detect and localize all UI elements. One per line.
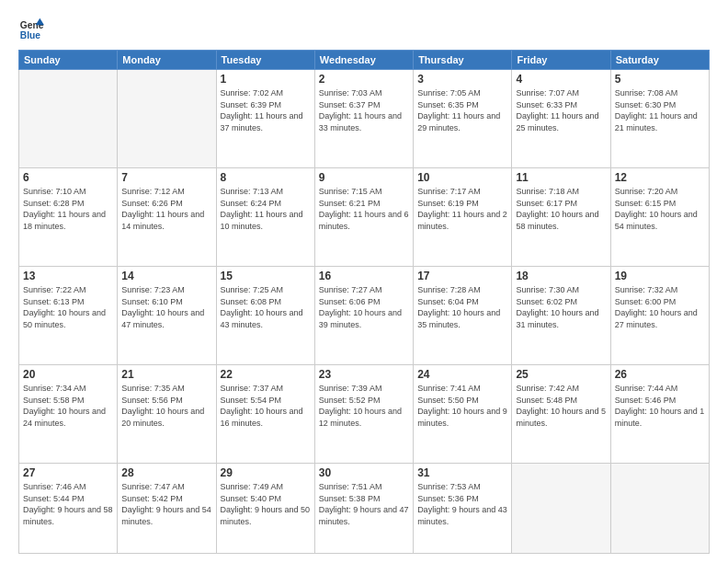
day-info: Sunrise: 7:44 AM Sunset: 5:46 PM Dayligh… <box>615 383 705 429</box>
day-number: 14 <box>121 270 211 282</box>
day-info: Sunrise: 7:34 AM Sunset: 5:58 PM Dayligh… <box>23 383 113 429</box>
day-number: 3 <box>417 73 507 86</box>
day-info: Sunrise: 7:13 AM Sunset: 6:24 PM Dayligh… <box>221 186 311 232</box>
calendar-cell: 27Sunrise: 7:46 AM Sunset: 5:44 PM Dayli… <box>19 464 118 554</box>
calendar-week-5: 27Sunrise: 7:46 AM Sunset: 5:44 PM Dayli… <box>19 464 710 554</box>
day-info: Sunrise: 7:17 AM Sunset: 6:19 PM Dayligh… <box>417 186 507 232</box>
day-number: 16 <box>319 270 409 282</box>
calendar-cell: 14Sunrise: 7:23 AM Sunset: 6:10 PM Dayli… <box>118 267 216 365</box>
day-number: 9 <box>319 171 409 184</box>
day-info: Sunrise: 7:30 AM Sunset: 6:02 PM Dayligh… <box>516 284 606 330</box>
calendar-week-4: 20Sunrise: 7:34 AM Sunset: 5:58 PM Dayli… <box>19 365 710 464</box>
calendar-cell: 22Sunrise: 7:37 AM Sunset: 5:54 PM Dayli… <box>216 365 314 464</box>
day-info: Sunrise: 7:47 AM Sunset: 5:42 PM Dayligh… <box>121 481 211 527</box>
day-number: 24 <box>417 368 507 381</box>
calendar-week-2: 6Sunrise: 7:10 AM Sunset: 6:28 PM Daylig… <box>19 168 710 267</box>
calendar-cell: 11Sunrise: 7:18 AM Sunset: 6:17 PM Dayli… <box>512 168 610 267</box>
day-info: Sunrise: 7:53 AM Sunset: 5:36 PM Dayligh… <box>417 481 507 527</box>
calendar-cell: 1Sunrise: 7:02 AM Sunset: 6:39 PM Daylig… <box>216 70 314 168</box>
day-info: Sunrise: 7:07 AM Sunset: 6:33 PM Dayligh… <box>516 87 606 133</box>
calendar-cell: 31Sunrise: 7:53 AM Sunset: 5:36 PM Dayli… <box>414 464 512 554</box>
day-number: 2 <box>319 73 409 86</box>
calendar-cell <box>118 70 216 168</box>
day-info: Sunrise: 7:22 AM Sunset: 6:13 PM Dayligh… <box>23 284 113 330</box>
day-number: 27 <box>23 466 113 479</box>
calendar-cell: 30Sunrise: 7:51 AM Sunset: 5:38 PM Dayli… <box>314 464 413 554</box>
day-info: Sunrise: 7:23 AM Sunset: 6:10 PM Dayligh… <box>121 284 211 330</box>
calendar-cell: 28Sunrise: 7:47 AM Sunset: 5:42 PM Dayli… <box>118 464 216 554</box>
calendar-cell: 18Sunrise: 7:30 AM Sunset: 6:02 PM Dayli… <box>512 267 610 365</box>
calendar-cell: 19Sunrise: 7:32 AM Sunset: 6:00 PM Dayli… <box>610 267 709 365</box>
logo-icon: General Blue <box>18 17 44 42</box>
calendar-cell: 17Sunrise: 7:28 AM Sunset: 6:04 PM Dayli… <box>414 267 512 365</box>
day-number: 25 <box>516 368 606 381</box>
day-info: Sunrise: 7:18 AM Sunset: 6:17 PM Dayligh… <box>516 186 606 232</box>
day-info: Sunrise: 7:46 AM Sunset: 5:44 PM Dayligh… <box>23 481 113 527</box>
calendar-cell: 9Sunrise: 7:15 AM Sunset: 6:21 PM Daylig… <box>314 168 413 267</box>
day-info: Sunrise: 7:28 AM Sunset: 6:04 PM Dayligh… <box>417 284 507 330</box>
calendar-cell: 8Sunrise: 7:13 AM Sunset: 6:24 PM Daylig… <box>216 168 314 267</box>
day-number: 30 <box>319 466 409 479</box>
calendar-cell: 23Sunrise: 7:39 AM Sunset: 5:52 PM Dayli… <box>314 365 413 464</box>
day-info: Sunrise: 7:02 AM Sunset: 6:39 PM Dayligh… <box>221 87 311 133</box>
calendar-cell: 13Sunrise: 7:22 AM Sunset: 6:13 PM Dayli… <box>19 267 118 365</box>
day-number: 17 <box>417 270 507 282</box>
day-info: Sunrise: 7:15 AM Sunset: 6:21 PM Dayligh… <box>319 186 409 232</box>
day-number: 23 <box>319 368 409 381</box>
day-number: 11 <box>516 171 606 184</box>
weekday-header-saturday: Saturday <box>610 51 709 70</box>
day-number: 13 <box>23 270 113 282</box>
day-info: Sunrise: 7:12 AM Sunset: 6:26 PM Dayligh… <box>121 186 211 232</box>
calendar-cell: 20Sunrise: 7:34 AM Sunset: 5:58 PM Dayli… <box>19 365 118 464</box>
day-info: Sunrise: 7:32 AM Sunset: 6:00 PM Dayligh… <box>615 284 705 330</box>
day-info: Sunrise: 7:20 AM Sunset: 6:15 PM Dayligh… <box>615 186 705 232</box>
day-info: Sunrise: 7:51 AM Sunset: 5:38 PM Dayligh… <box>319 481 409 527</box>
svg-text:Blue: Blue <box>20 30 41 40</box>
calendar-cell: 7Sunrise: 7:12 AM Sunset: 6:26 PM Daylig… <box>118 168 216 267</box>
day-info: Sunrise: 7:25 AM Sunset: 6:08 PM Dayligh… <box>221 284 311 330</box>
day-number: 6 <box>23 171 113 184</box>
calendar-cell: 10Sunrise: 7:17 AM Sunset: 6:19 PM Dayli… <box>414 168 512 267</box>
day-info: Sunrise: 7:49 AM Sunset: 5:40 PM Dayligh… <box>221 481 311 527</box>
day-info: Sunrise: 7:39 AM Sunset: 5:52 PM Dayligh… <box>319 383 409 429</box>
calendar-table: SundayMondayTuesdayWednesdayThursdayFrid… <box>18 50 710 554</box>
day-info: Sunrise: 7:41 AM Sunset: 5:50 PM Dayligh… <box>417 383 507 429</box>
weekday-header-tuesday: Tuesday <box>216 51 314 70</box>
day-number: 10 <box>417 171 507 184</box>
weekday-header-monday: Monday <box>118 51 216 70</box>
calendar-cell: 3Sunrise: 7:05 AM Sunset: 6:35 PM Daylig… <box>414 70 512 168</box>
calendar-cell: 15Sunrise: 7:25 AM Sunset: 6:08 PM Dayli… <box>216 267 314 365</box>
weekday-header-wednesday: Wednesday <box>314 51 413 70</box>
day-number: 18 <box>516 270 606 282</box>
day-number: 22 <box>221 368 311 381</box>
calendar-cell: 6Sunrise: 7:10 AM Sunset: 6:28 PM Daylig… <box>19 168 118 267</box>
calendar-cell: 29Sunrise: 7:49 AM Sunset: 5:40 PM Dayli… <box>216 464 314 554</box>
logo: General Blue <box>18 17 44 42</box>
calendar-cell: 21Sunrise: 7:35 AM Sunset: 5:56 PM Dayli… <box>118 365 216 464</box>
calendar-cell <box>512 464 610 554</box>
weekday-header-thursday: Thursday <box>414 51 512 70</box>
calendar-week-1: 1Sunrise: 7:02 AM Sunset: 6:39 PM Daylig… <box>19 70 710 168</box>
day-info: Sunrise: 7:05 AM Sunset: 6:35 PM Dayligh… <box>417 87 507 133</box>
day-info: Sunrise: 7:35 AM Sunset: 5:56 PM Dayligh… <box>121 383 211 429</box>
day-number: 31 <box>417 466 507 479</box>
day-number: 19 <box>615 270 705 282</box>
calendar-cell: 5Sunrise: 7:08 AM Sunset: 6:30 PM Daylig… <box>610 70 709 168</box>
day-number: 29 <box>221 466 311 479</box>
calendar-cell: 12Sunrise: 7:20 AM Sunset: 6:15 PM Dayli… <box>610 168 709 267</box>
calendar-cell: 2Sunrise: 7:03 AM Sunset: 6:37 PM Daylig… <box>314 70 413 168</box>
day-number: 12 <box>615 171 705 184</box>
day-info: Sunrise: 7:27 AM Sunset: 6:06 PM Dayligh… <box>319 284 409 330</box>
day-info: Sunrise: 7:42 AM Sunset: 5:48 PM Dayligh… <box>516 383 606 429</box>
weekday-header-friday: Friday <box>512 51 610 70</box>
calendar-cell <box>610 464 709 554</box>
day-number: 1 <box>221 73 311 86</box>
calendar-cell <box>19 70 118 168</box>
calendar-cell: 16Sunrise: 7:27 AM Sunset: 6:06 PM Dayli… <box>314 267 413 365</box>
day-number: 5 <box>615 73 705 86</box>
day-number: 8 <box>221 171 311 184</box>
day-number: 21 <box>121 368 211 381</box>
calendar-week-3: 13Sunrise: 7:22 AM Sunset: 6:13 PM Dayli… <box>19 267 710 365</box>
calendar-cell: 26Sunrise: 7:44 AM Sunset: 5:46 PM Dayli… <box>610 365 709 464</box>
weekday-header-sunday: Sunday <box>19 51 118 70</box>
